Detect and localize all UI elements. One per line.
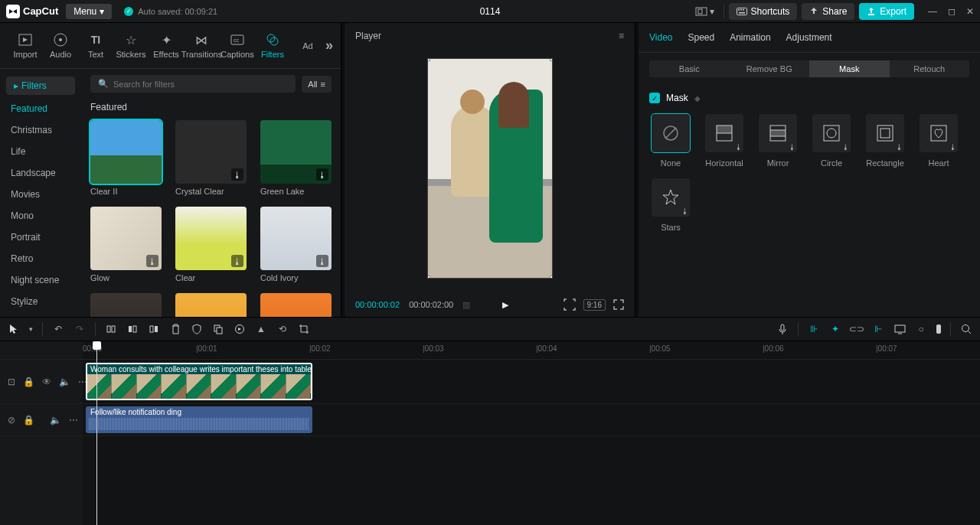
download-icon[interactable]: ⭳ [316,168,328,181]
mask-option-circle[interactable]: ⭳Circle [810,114,853,168]
track-mute-icon[interactable]: 🔈 [59,377,70,387]
category-retro[interactable]: Retro [0,248,81,269]
redo-button[interactable]: ↷ [74,323,86,335]
category-stylize[interactable]: Stylize [0,291,81,312]
player-viewport[interactable] [345,49,635,292]
audio-track-icon[interactable]: ⊘ [8,415,15,426]
track-collapse-icon[interactable]: ⊡ [8,377,15,387]
mask-option-none[interactable]: None [649,114,692,168]
download-icon[interactable]: ⭳ [231,168,243,181]
subtab-basic[interactable]: Basic [649,60,730,77]
rotate-button[interactable]: ⟲ [276,323,289,335]
zoom-fit-button[interactable] [960,323,972,335]
video-track[interactable]: Woman consults with colleague writes imp… [83,360,980,404]
aspect-dropdown[interactable]: ▾ [691,3,719,20]
search-input[interactable]: 🔍 Search for filters [90,75,296,93]
tab-transitions[interactable]: ⋈Transitions [184,29,220,62]
filter-item[interactable]: ⭳Glow [90,207,162,282]
pointer-dropdown[interactable]: ▾ [29,325,33,333]
tabs-more-button[interactable]: » [325,38,333,54]
monitor-button[interactable] [893,323,906,335]
category-mono[interactable]: Mono [0,205,81,227]
split-button[interactable] [105,323,117,335]
tab-import[interactable]: Import [8,29,43,62]
category-night-scene[interactable]: Night scene [0,269,81,291]
crop-button[interactable] [298,323,310,335]
filter-item[interactable]: ⭳ [260,293,332,317]
link-button[interactable]: ⊂⊃ [851,323,863,335]
category-christmas[interactable]: Christmas [0,119,81,141]
player-menu-button[interactable]: ≡ [619,31,624,41]
mask-option-rectangle[interactable]: ⭳Rectangle [864,114,906,168]
resize-handle-tr[interactable] [550,58,553,61]
reverse-button[interactable] [234,323,246,335]
resize-handle-tl[interactable] [427,58,430,61]
zoom-out-button[interactable]: ○ [915,323,927,335]
tab-ad[interactable]: Ad [290,38,325,54]
rp-tab-speed[interactable]: Speed [688,32,714,43]
download-icon[interactable]: ⭳ [146,255,158,267]
copy-button[interactable] [212,323,224,335]
subtab-removebg[interactable]: Remove BG [730,60,810,77]
project-title[interactable]: 0114 [480,6,501,17]
mirror-button[interactable]: ▲ [255,323,267,335]
subtab-mask[interactable]: Mask [809,60,890,77]
filter-all-button[interactable]: All≡ [302,76,332,93]
rp-tab-animation[interactable]: Animation [730,32,770,43]
keyframe-icon[interactable]: ◆ [694,94,701,103]
delete-button[interactable] [169,323,181,335]
mask-option-horizontal[interactable]: ⭳Horizontal [703,114,746,168]
resize-handle-bl[interactable] [427,276,430,279]
mask-option-mirror[interactable]: ⭳Mirror [756,114,799,168]
share-button[interactable]: Share [802,3,854,20]
mic-button[interactable] [776,323,789,335]
rp-tab-adjustment[interactable]: Adjustment [786,32,832,43]
fullscreen-button[interactable] [613,299,624,310]
mask-option-heart[interactable]: ⭳Heart [917,114,960,168]
mask-option-stars[interactable]: ⭳Stars [649,178,692,232]
tab-stickers[interactable]: ☆Stickers [113,29,149,62]
compare-icon[interactable]: ▥ [462,300,470,310]
tab-effects[interactable]: ✦Effects [149,29,184,62]
filter-item[interactable]: ⭳Clear [175,207,247,282]
category-life[interactable]: Life [0,141,81,162]
resize-handle-br[interactable] [550,276,553,279]
playhead[interactable] [96,341,97,525]
minimize-button[interactable]: — [928,6,937,17]
category-portrait[interactable]: Portrait [0,227,81,248]
export-button[interactable]: Export [859,3,914,20]
category-featured[interactable]: Featured [0,98,81,119]
magnet-main-button[interactable]: ⊪ [808,323,820,335]
preview-snap-button[interactable]: ⊩ [872,323,884,335]
filter-item[interactable]: Clear II [90,120,162,196]
magnet-snap-button[interactable]: ✦ [829,323,841,335]
timeline-ruler[interactable]: 00:00|00:01|00:02|00:03|00:04|00:05|00:0… [83,341,980,360]
scan-icon[interactable] [564,298,576,311]
audio-track[interactable]: Follow/like notification ding [83,404,980,436]
video-clip[interactable]: Woman consults with colleague writes imp… [86,363,312,400]
tab-text[interactable]: TIText [78,29,113,62]
tab-audio[interactable]: Audio [43,29,78,62]
video-frame[interactable] [427,58,553,279]
download-icon[interactable]: ⭳ [316,255,328,267]
audio-clip[interactable]: Follow/like notification ding [86,406,312,433]
filter-item[interactable]: ⭳Green Lake [260,120,332,196]
filter-item[interactable]: ⭳Crystal Clear [175,120,247,196]
tab-captions[interactable]: ccCaptions [220,29,255,62]
filter-item[interactable]: ⭳ [175,293,247,317]
undo-button[interactable]: ↶ [52,323,64,335]
shortcuts-button[interactable]: Shortcuts [729,3,798,20]
audio-lock-icon[interactable]: 🔒 [23,415,34,426]
filter-item[interactable]: ⭳ [90,293,162,317]
category-filters-pill[interactable]: ▸Filters [6,77,75,95]
zoom-slider[interactable] [936,324,941,334]
category-movies[interactable]: Movies [0,184,81,205]
pointer-tool[interactable] [8,323,20,335]
mask-checkbox[interactable]: ✓ [649,93,660,103]
split-left-button[interactable] [126,323,139,335]
split-right-button[interactable] [148,323,160,335]
filter-item[interactable]: ⭳Cold Ivory [260,207,332,282]
tab-filters[interactable]: Filters [255,29,290,62]
maximize-button[interactable]: ◻ [948,6,956,17]
close-button[interactable]: ✕ [966,6,974,17]
